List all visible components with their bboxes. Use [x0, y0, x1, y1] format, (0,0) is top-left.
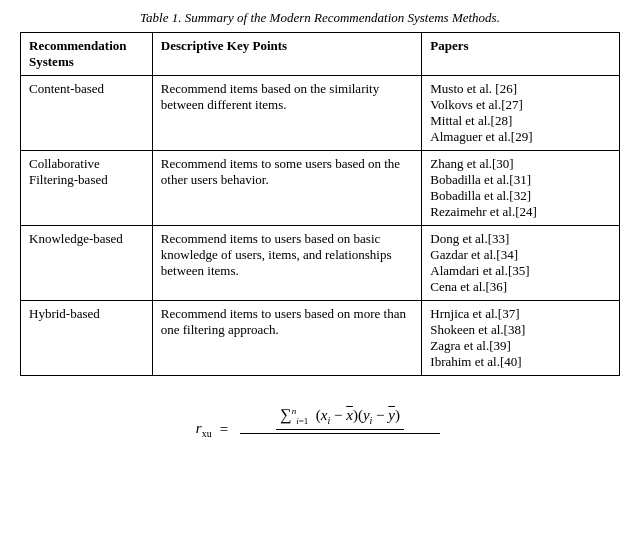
cell-system-1: Collaborative Filtering-based — [21, 151, 153, 226]
recommendation-table: Recommendation Systems Descriptive Key P… — [20, 32, 620, 376]
header-papers: Papers — [422, 33, 620, 76]
cell-description-0: Recommend items based on the similarity … — [152, 76, 422, 151]
formula-equals: = — [220, 421, 228, 438]
table-row: Knowledge-basedRecommend items to users … — [21, 226, 620, 301]
formula-lhs: rxu — [196, 420, 212, 439]
cell-description-2: Recommend items to users based on basic … — [152, 226, 422, 301]
cell-papers-0: Musto et al. [26]Volkovs et al.[27]Mitta… — [422, 76, 620, 151]
table-row: Hybrid-basedRecommend items to users bas… — [21, 301, 620, 376]
formula-section: rxu = ∑ni=1 (xi − x)(yi − y) — [20, 406, 620, 453]
cell-system-3: Hybrid-based — [21, 301, 153, 376]
cell-papers-1: Zhang et al.[30]Bobadilla et al.[31]Boba… — [422, 151, 620, 226]
cell-papers-2: Dong et al.[33]Gazdar et al.[34]Alamdari… — [422, 226, 620, 301]
header-rec-systems: Recommendation Systems — [21, 33, 153, 76]
formula-numerator: ∑ni=1 (xi − x)(yi − y) — [276, 406, 404, 430]
cell-description-3: Recommend items to users based on more t… — [152, 301, 422, 376]
table-row: Content-basedRecommend items based on th… — [21, 76, 620, 151]
table-title: Table 1. Summary of the Modern Recommend… — [20, 10, 620, 26]
formula-denominator — [236, 430, 444, 453]
header-desc-points: Descriptive Key Points — [152, 33, 422, 76]
cell-system-0: Content-based — [21, 76, 153, 151]
cell-description-1: Recommend items to some users based on t… — [152, 151, 422, 226]
cell-papers-3: Hrnjica et al.[37]Shokeen et al.[38]Zagr… — [422, 301, 620, 376]
cell-system-2: Knowledge-based — [21, 226, 153, 301]
table-row: Collaborative Filtering-basedRecommend i… — [21, 151, 620, 226]
formula-fraction: ∑ni=1 (xi − x)(yi − y) — [236, 406, 444, 453]
pearson-formula: rxu = ∑ni=1 (xi − x)(yi − y) — [196, 406, 444, 453]
